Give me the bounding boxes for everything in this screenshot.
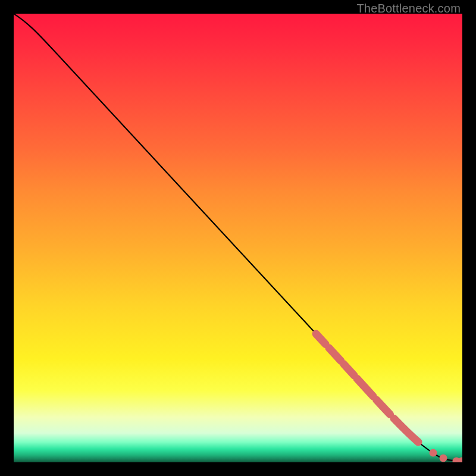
- attribution-text: TheBottleneck.com: [356, 2, 461, 15]
- plot-area: [14, 14, 462, 462]
- curve-line: [14, 14, 462, 461]
- marker-thick-segment: [316, 334, 418, 442]
- chart-svg: [14, 14, 462, 462]
- marker-dot: [430, 449, 437, 457]
- marker-dot: [440, 455, 447, 462]
- chart-frame: TheBottleneck.com: [0, 0, 476, 476]
